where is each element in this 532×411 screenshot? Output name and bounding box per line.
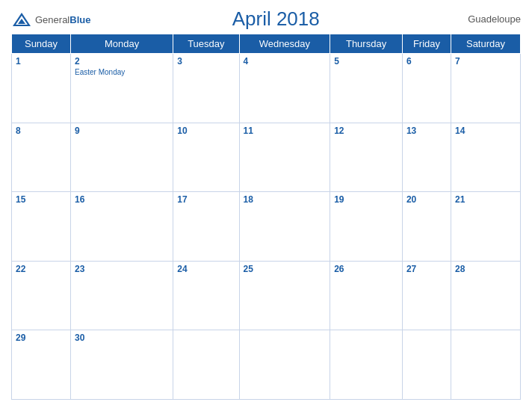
day-number: 29 xyxy=(16,333,66,343)
calendar-cell xyxy=(173,330,239,400)
calendar-cell: 12 xyxy=(330,123,403,192)
day-number: 20 xyxy=(406,194,447,205)
calendar-cell: 6 xyxy=(402,54,451,123)
day-number: 15 xyxy=(16,194,66,205)
calendar-cell: 20 xyxy=(402,192,451,262)
calendar-cell xyxy=(330,330,403,400)
col-thursday: Thursday xyxy=(330,34,403,54)
col-friday: Friday xyxy=(402,34,451,54)
day-number: 16 xyxy=(75,194,169,205)
day-number: 1 xyxy=(16,56,66,67)
day-number: 23 xyxy=(75,264,169,274)
calendar-cell: 9 xyxy=(71,123,173,192)
month-title: April 2018 xyxy=(90,7,461,31)
calendar-cell: 16 xyxy=(71,192,173,262)
calendar-week-row: 12Easter Monday34567 xyxy=(12,54,521,123)
calendar-week-row: 891011121314 xyxy=(12,123,521,192)
top-bar: GeneralBlue April 2018 Guadeloupe xyxy=(11,7,521,31)
calendar-cell: 17 xyxy=(173,192,239,262)
calendar-body: 12Easter Monday3456789101112131415161718… xyxy=(12,54,521,400)
day-number: 7 xyxy=(455,56,516,67)
holiday-label: Easter Monday xyxy=(75,68,169,76)
calendar-cell: 18 xyxy=(239,192,330,262)
calendar-cell: 3 xyxy=(173,54,239,123)
calendar-cell: 25 xyxy=(239,261,330,330)
weekday-header-row: Sunday Monday Tuesday Wednesday Thursday… xyxy=(12,34,521,54)
calendar-cell: 11 xyxy=(239,123,330,192)
calendar-cell xyxy=(451,330,521,400)
day-number: 12 xyxy=(334,126,398,136)
day-number: 21 xyxy=(455,194,516,205)
day-number: 28 xyxy=(455,264,516,274)
day-number: 26 xyxy=(334,264,398,274)
calendar-cell: 19 xyxy=(330,192,403,262)
day-number: 30 xyxy=(75,333,169,343)
calendar-cell: 29 xyxy=(12,330,71,400)
day-number: 13 xyxy=(406,126,447,136)
day-number: 25 xyxy=(244,264,327,274)
col-tuesday: Tuesday xyxy=(173,34,239,54)
day-number: 8 xyxy=(16,126,66,136)
day-number: 17 xyxy=(177,194,235,205)
calendar-cell: 15 xyxy=(12,192,71,262)
day-number: 27 xyxy=(406,264,447,274)
calendar-week-row: 22232425262728 xyxy=(12,261,521,330)
day-number: 14 xyxy=(455,126,516,136)
calendar-cell: 4 xyxy=(239,54,330,123)
logo: GeneralBlue xyxy=(11,11,90,28)
col-wednesday: Wednesday xyxy=(239,34,330,54)
calendar-week-row: 2930 xyxy=(12,330,521,400)
calendar-cell: 13 xyxy=(402,123,451,192)
region-label: Guadeloupe xyxy=(461,13,521,25)
col-saturday: Saturday xyxy=(451,34,521,54)
calendar-table: Sunday Monday Tuesday Wednesday Thursday… xyxy=(11,34,521,400)
day-number: 24 xyxy=(177,264,235,274)
calendar-cell xyxy=(239,330,330,400)
calendar-cell: 5 xyxy=(330,54,403,123)
calendar-cell: 7 xyxy=(451,54,521,123)
calendar-cell: 1 xyxy=(12,54,71,123)
calendar-cell: 2Easter Monday xyxy=(71,54,173,123)
calendar-cell: 21 xyxy=(451,192,521,262)
calendar-cell: 22 xyxy=(12,261,71,330)
day-number: 3 xyxy=(177,56,235,67)
day-number: 9 xyxy=(75,126,169,136)
day-number: 6 xyxy=(406,56,447,67)
logo-text: GeneralBlue xyxy=(35,13,90,26)
day-number: 5 xyxy=(334,56,398,67)
day-number: 11 xyxy=(244,126,327,136)
day-number: 10 xyxy=(177,126,235,136)
calendar-cell: 27 xyxy=(402,261,451,330)
calendar-cell: 10 xyxy=(173,123,239,192)
day-number: 22 xyxy=(16,264,66,274)
calendar-cell: 26 xyxy=(330,261,403,330)
col-monday: Monday xyxy=(71,34,173,54)
calendar-cell: 24 xyxy=(173,261,239,330)
calendar-cell: 14 xyxy=(451,123,521,192)
day-number: 4 xyxy=(244,56,327,67)
day-number: 18 xyxy=(244,194,327,205)
col-sunday: Sunday xyxy=(12,34,71,54)
logo-icon xyxy=(11,11,32,28)
calendar-week-row: 15161718192021 xyxy=(12,192,521,262)
calendar-cell xyxy=(402,330,451,400)
day-number: 19 xyxy=(334,194,398,205)
calendar-cell: 30 xyxy=(71,330,173,400)
calendar-cell: 28 xyxy=(451,261,521,330)
day-number: 2 xyxy=(75,56,169,67)
calendar-cell: 23 xyxy=(71,261,173,330)
calendar-cell: 8 xyxy=(12,123,71,192)
